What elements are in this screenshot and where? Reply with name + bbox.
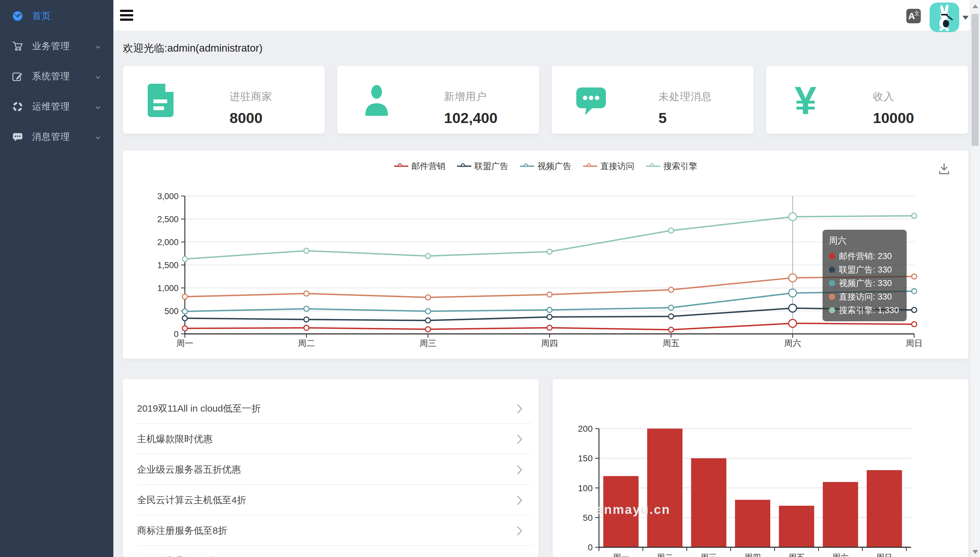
sidebar-item-business[interactable]: 业务管理 [0, 31, 113, 61]
bar-周二[interactable] [647, 428, 683, 547]
sidebar-item-messages[interactable]: 消息管理 [0, 122, 113, 152]
data-point-视频广告[interactable] [911, 288, 917, 293]
legend-line-icon [394, 163, 408, 169]
data-point-联盟广告[interactable] [789, 304, 797, 312]
data-point-搜索引擎[interactable] [668, 228, 674, 233]
legend-item[interactable]: 直接访问 [583, 161, 635, 172]
data-point-联盟广告[interactable] [304, 317, 309, 322]
bar-周一[interactable] [603, 476, 639, 547]
data-point-直接访问[interactable] [668, 287, 674, 292]
x-axis-label: 周六 [832, 552, 849, 557]
data-point-联盟广告[interactable] [547, 314, 552, 319]
chevron-right-icon [516, 434, 523, 446]
data-point-搜索引擎[interactable] [547, 249, 552, 254]
data-point-直接访问[interactable] [789, 274, 797, 282]
data-point-直接访问[interactable] [304, 291, 309, 296]
bar-周日[interactable] [867, 470, 902, 547]
sidebar-item-system[interactable]: 系统管理 [0, 61, 113, 91]
x-axis-label: 周一 [176, 339, 193, 348]
data-point-搜索引擎[interactable] [789, 213, 797, 221]
admin-dashboard: 首页 业务管理 系统管理 运维管理 [0, 0, 980, 557]
sidebar: 首页 业务管理 系统管理 运维管理 [0, 0, 113, 557]
data-point-邮件营销[interactable] [547, 325, 552, 330]
legend-item[interactable]: 搜索引擎 [646, 161, 697, 172]
welcome-message: 欢迎光临:admin(administrator) [123, 41, 263, 55]
avatar[interactable] [929, 3, 959, 32]
sidebar-item-label: 业务管理 [32, 40, 70, 52]
data-point-直接访问[interactable] [547, 292, 552, 297]
scrollbar-thumb[interactable] [972, 14, 979, 146]
data-point-视频广告[interactable] [182, 309, 187, 314]
hamburger-menu-icon[interactable] [120, 10, 133, 21]
data-point-邮件营销[interactable] [182, 326, 187, 331]
data-point-邮件营销[interactable] [911, 322, 917, 327]
chevron-down-icon [95, 135, 101, 141]
data-point-视频广告[interactable] [668, 305, 674, 310]
chevron-right-icon [516, 464, 523, 476]
data-point-搜索引擎[interactable] [911, 213, 917, 218]
data-point-视频广告[interactable] [789, 289, 797, 297]
data-point-邮件营销[interactable] [668, 327, 674, 332]
y-axis-label: 100 [578, 484, 593, 493]
stat-card-merchants: 进驻商家 8000 [123, 66, 325, 134]
y-axis-label: 3,000 [157, 192, 178, 201]
legend-line-icon [520, 163, 534, 169]
yen-icon: ¥ [788, 83, 823, 118]
data-point-邮件营销[interactable] [304, 326, 309, 331]
data-point-联盟广告[interactable] [425, 318, 431, 323]
promo-list-card: 2019双11All in cloud低至一折 主机爆款限时优惠 企业级云服务器… [123, 379, 539, 557]
data-point-邮件营销[interactable] [789, 319, 797, 327]
chevron-right-icon [516, 495, 523, 507]
list-item[interactable]: 云短信产品低至8折 [123, 546, 539, 557]
bar-周三[interactable] [691, 458, 727, 547]
data-point-邮件营销[interactable] [425, 327, 431, 332]
list-item[interactable]: 2019双11All in cloud低至一折 [123, 393, 539, 424]
legend-line-icon [457, 163, 471, 169]
line-chart[interactable]: 05001,0001,5002,0002,5003,000周一周二周三周四周五周… [123, 150, 969, 359]
bar-周五[interactable] [779, 506, 814, 547]
data-point-搜索引擎[interactable] [425, 254, 431, 259]
stat-value: 102,400 [444, 109, 498, 127]
data-point-联盟广告[interactable] [911, 308, 917, 313]
sidebar-item-home[interactable]: 首页 [0, 1, 113, 31]
document-icon [145, 83, 180, 118]
y-axis-label: 150 [578, 453, 593, 463]
translate-icon[interactable]: A文 [906, 9, 921, 23]
bar-chart[interactable]: 050100150200周一周二周三周四周五周六周日 [553, 379, 969, 557]
stat-label: 进驻商家 [230, 90, 273, 104]
data-point-直接访问[interactable] [911, 274, 917, 279]
x-axis-label: 周三 [420, 339, 436, 348]
data-point-视频广告[interactable] [547, 308, 552, 313]
list-item[interactable]: 全民云计算云主机低至4折 [123, 485, 539, 515]
data-point-视频广告[interactable] [425, 309, 431, 314]
bar-周六[interactable] [823, 482, 858, 547]
promo-list: 2019双11All in cloud低至一折 主机爆款限时优惠 企业级云服务器… [123, 393, 539, 557]
list-item[interactable]: 主机爆款限时优惠 [123, 424, 539, 454]
legend-item[interactable]: 邮件营销 [394, 161, 446, 172]
data-point-直接访问[interactable] [182, 294, 187, 299]
y-axis-label: 2,000 [157, 238, 178, 247]
sidebar-item-label: 运维管理 [32, 100, 70, 113]
data-point-联盟广告[interactable] [668, 314, 674, 319]
stat-value: 5 [658, 109, 666, 127]
scroll-up-arrow-icon[interactable] [972, 5, 978, 8]
data-point-搜索引擎[interactable] [182, 256, 187, 262]
scrollbar[interactable] [970, 0, 980, 557]
x-axis-label: 周五 [788, 552, 805, 557]
list-item[interactable]: 商标注册服务低至8折 [123, 515, 539, 546]
chevron-down-icon [95, 105, 101, 111]
legend-item[interactable]: 视频广告 [520, 161, 572, 172]
stat-value: 10000 [873, 109, 914, 127]
scroll-down-arrow-icon[interactable] [972, 550, 978, 554]
caret-down-icon[interactable] [962, 16, 969, 20]
data-point-搜索引擎[interactable] [304, 248, 309, 253]
bar-周四[interactable] [735, 500, 770, 547]
data-point-视频广告[interactable] [304, 306, 309, 311]
legend-item[interactable]: 联盟广告 [457, 161, 509, 172]
data-point-联盟广告[interactable] [182, 316, 187, 321]
stat-label: 收入 [873, 90, 894, 104]
list-item[interactable]: 企业级云服务器五折优惠 [123, 454, 539, 485]
data-point-直接访问[interactable] [425, 295, 431, 300]
sidebar-item-ops[interactable]: 运维管理 [0, 91, 113, 122]
y-axis-label: 2,500 [157, 215, 178, 224]
